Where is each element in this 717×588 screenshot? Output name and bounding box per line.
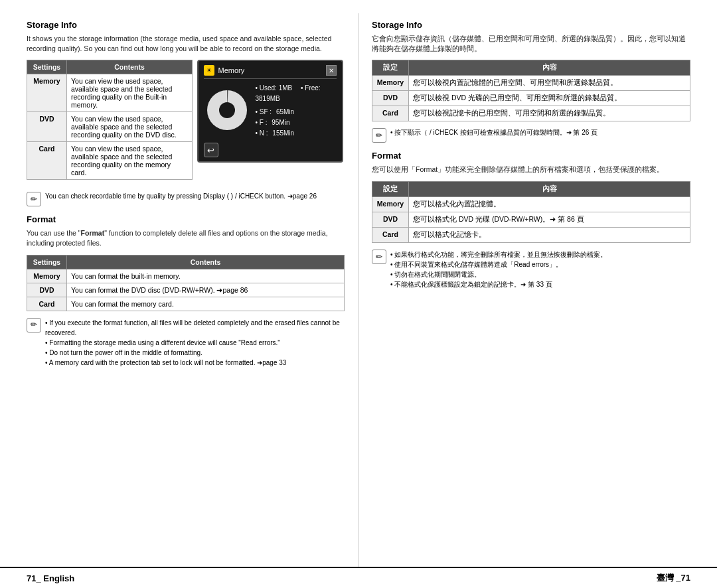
cn-row-dvd-content: 您可以檢視 DVD 光碟的已用空間、可用空間和所選的錄製品質。 <box>409 91 690 106</box>
table-row: Memory 您可以檢視內置記憶體的已用空間、可用空間和所選錄製品質。 <box>372 76 690 91</box>
format-title-left: Format <box>27 214 345 224</box>
svg-point-1 <box>219 102 235 118</box>
format-row-dvd-content: You can format the DVD disc (DVD-RW/+RW)… <box>67 283 345 297</box>
free-label: • Free: <box>301 84 321 92</box>
row-memory-content: You can view the used space, available s… <box>67 74 193 112</box>
storage-note-text-right: • 按下顯示（ / iCHECK 按鈕可檢查根據品質的可錄製時間。➜ 第 26 … <box>390 128 598 137</box>
sf-row: • SF : 65Min <box>256 107 337 117</box>
cn-row-dvd-setting: DVD <box>372 91 409 106</box>
cn-format-row-memory-setting: Memory <box>372 197 409 212</box>
back-arrow-icon: ↩ <box>204 143 218 157</box>
cn-format-col-settings-header: 設定 <box>372 182 409 197</box>
cn-format-row-dvd-content: 您可以格式化 DVD 光碟 (DVD-RW/+RW)。➜ 第 86 頁 <box>409 212 690 228</box>
left-panel: Storage Info It shows you the storage in… <box>0 13 358 567</box>
memory-back-button[interactable]: ↩ <box>204 143 337 157</box>
table-row: Memory You can format the built-in memor… <box>27 269 345 283</box>
storage-info-section-right: Storage Info 它會向您顯示儲存資訊（儲存媒體、已用空間和可用空間、所… <box>372 20 690 143</box>
cn-format-row-card-content: 您可以格式化記憶卡。 <box>409 228 690 243</box>
storage-info-title-right: Storage Info <box>372 20 690 30</box>
format-note-item: Do not turn the power off in the middle … <box>45 348 345 358</box>
n-value: 155Min <box>272 129 294 137</box>
used-label: • Used: <box>256 84 277 92</box>
pie-chart <box>204 87 250 135</box>
format-desc-right: 您可以使用「Format」功能來完全刪除儲存媒體上的所有檔案和選項，包括受保護的… <box>372 165 690 175</box>
page-container: Storage Info It shows you the storage in… <box>0 0 717 588</box>
format-note-item: 使用不同裝置來格式化儲存媒體將造成「Read errors」。 <box>390 259 607 269</box>
cn-format-col-contents-header: 內容 <box>409 182 690 197</box>
cn-row-card-content: 您可以檢視記憶卡的已用空間、可用空間和所選的錄製品質。 <box>409 106 690 121</box>
storage-info-table-right: 設定 內容 Memory 您可以檢視內置記憶體的已用空間、可用空間和所選錄製品質… <box>372 60 690 121</box>
format-col-contents-header-left: Contents <box>67 255 345 269</box>
row-dvd-setting: DVD <box>27 112 67 142</box>
storage-note-left: ✏ You can check recordable time by quali… <box>27 192 345 206</box>
format-row-dvd-setting: DVD <box>27 283 67 297</box>
format-note-item: 切勿在格式化期間關閉電源。 <box>390 269 607 279</box>
memory-popup-close-button[interactable]: ✕ <box>326 65 337 76</box>
format-section-right: Format 您可以使用「Format」功能來完全刪除儲存媒體上的所有檔案和選項… <box>372 151 690 289</box>
memory-popup-header: ☀ Memory ✕ <box>204 65 337 79</box>
format-col-settings-header-left: Settings <box>27 255 67 269</box>
format-row-card-content: You can format the memory card. <box>67 297 345 311</box>
cn-row-memory-setting: Memory <box>372 76 409 91</box>
note-icon-format-right: ✏ <box>372 250 386 264</box>
format-note-item: Formatting the storage media using a dif… <box>45 338 345 348</box>
n-row: • N : 155Min <box>256 128 337 139</box>
f-value: 95Min <box>272 119 289 126</box>
storage-note-text-left: You can check recordable time by quality… <box>45 192 317 201</box>
used-value: 1MB <box>279 84 293 92</box>
row-memory-setting: Memory <box>27 74 67 112</box>
format-table-right: 設定 內容 Memory 您可以格式化內置記憶體。 DVD 您可以格式化 DVD… <box>372 181 690 243</box>
note-icon-right: ✏ <box>372 128 386 143</box>
storage-info-desc-left: It shows you the storage information (th… <box>27 34 345 53</box>
format-desc-left: You can use the "Format" function to com… <box>27 228 345 248</box>
sf-label: • SF : <box>256 108 272 115</box>
memory-popup: ☀ Memory ✕ <box>197 60 343 163</box>
storage-table-left: Settings Contents Memory You can view th… <box>27 60 193 186</box>
storage-info-desc-right: 它會向您顯示儲存資訊（儲存媒體、已用空間和可用空間、所選的錄製品質）。因此，您可… <box>372 34 690 53</box>
storage-note-right: ✏ • 按下顯示（ / iCHECK 按鈕可檢查根據品質的可錄製時間。➜ 第 2… <box>372 128 690 143</box>
row-card-content: You can view the used space, available s… <box>67 142 193 180</box>
cn-col-settings-header: 設定 <box>372 60 409 76</box>
footer-left: 71_ English <box>27 573 74 583</box>
memory-popup-wrapper: ☀ Memory ✕ <box>195 60 345 186</box>
format-notes-list-left: If you execute the format function, all … <box>45 318 345 368</box>
col-contents-header-left: Contents <box>67 60 193 74</box>
format-note-item: 如果執行格式化功能，將完全刪除所有檔案，並且無法恢復刪除的檔案。 <box>390 250 607 259</box>
table-row: Memory You can view the used space, avai… <box>27 74 193 112</box>
table-row: Card You can view the used space, availa… <box>27 142 193 180</box>
right-panel: Storage Info 它會向您顯示儲存資訊（儲存媒體、已用空間和可用空間、所… <box>358 13 717 567</box>
free-value: 3819MB <box>256 95 280 102</box>
row-card-setting: Card <box>27 142 67 180</box>
storage-info-table-left: Settings Contents Memory You can view th… <box>27 60 193 180</box>
table-row: DVD You can view the used space, availab… <box>27 112 193 142</box>
memory-popup-title: Memory <box>218 66 245 74</box>
format-section-left: Format You can use the "Format" function… <box>27 214 345 367</box>
table-row: DVD You can format the DVD disc (DVD-RW/… <box>27 283 345 297</box>
format-row-memory-content: You can format the built-in memory. <box>67 269 345 283</box>
memory-info: • Used: 1MB • Free: 3819MB • SF : 65Min <box>256 83 337 139</box>
main-content: Storage Info It shows you the storage in… <box>0 0 717 567</box>
table-row: Card 您可以格式化記憶卡。 <box>372 228 690 243</box>
footer: 71_ English 臺灣 _71 <box>0 567 717 588</box>
cn-format-row-card-setting: Card <box>372 228 409 243</box>
memory-popup-body: • Used: 1MB • Free: 3819MB • SF : 65Min <box>204 83 337 139</box>
format-title-right: Format <box>372 151 690 161</box>
table-row: DVD 您可以格式化 DVD 光碟 (DVD-RW/+RW)。➜ 第 86 頁 <box>372 212 690 228</box>
sun-icon: ☀ <box>204 65 214 76</box>
table-row: Card You can format the memory card. <box>27 297 345 311</box>
note-icon-left: ✏ <box>27 192 41 206</box>
storage-info-section-left: Storage Info It shows you the storage in… <box>27 20 345 206</box>
table-row: Card 您可以檢視記憶卡的已用空間、可用空間和所選的錄製品質。 <box>372 106 690 121</box>
format-row-memory-setting: Memory <box>27 269 67 283</box>
cn-format-row-dvd-setting: DVD <box>372 212 409 228</box>
sf-value: 65Min <box>276 108 294 115</box>
col-settings-header-left: Settings <box>27 60 67 74</box>
cn-row-card-setting: Card <box>372 106 409 121</box>
format-notes-right: ✏ 如果執行格式化功能，將完全刪除所有檔案，並且無法恢復刪除的檔案。 使用不同裝… <box>372 250 690 289</box>
format-table-left: Settings Contents Memory You can format … <box>27 255 345 311</box>
format-notes-left: ✏ If you execute the format function, al… <box>27 318 345 368</box>
note-icon-format-left: ✏ <box>27 318 41 332</box>
memory-popup-header-left: ☀ Memory <box>204 65 245 76</box>
format-notes-list-right: 如果執行格式化功能，將完全刪除所有檔案，並且無法恢復刪除的檔案。 使用不同裝置來… <box>390 250 607 289</box>
format-row-card-setting: Card <box>27 297 67 311</box>
